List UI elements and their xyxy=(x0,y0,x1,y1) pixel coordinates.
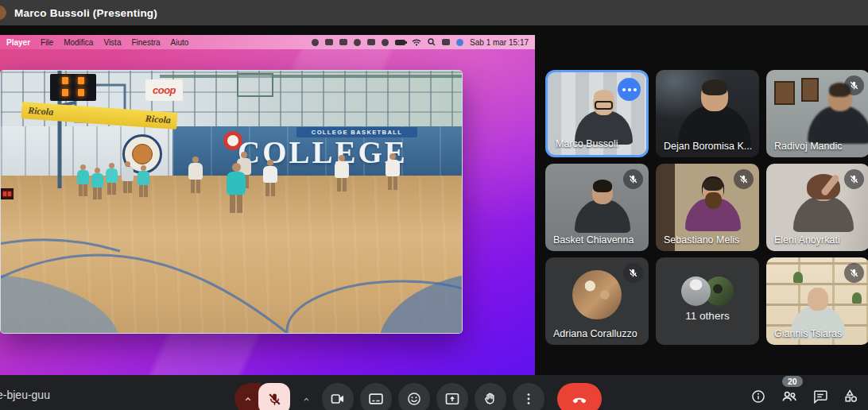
person-shoulders xyxy=(575,199,630,233)
tile-giannis-tsiaras[interactable]: Giannis Tsiaras xyxy=(766,257,868,345)
play-icon xyxy=(382,39,389,46)
photos-icon xyxy=(339,39,347,45)
participant-name: Basket Chiavenna xyxy=(553,234,634,246)
camera-options-expander[interactable] xyxy=(296,383,316,410)
mic-off-indicator xyxy=(844,75,864,95)
wifi-icon xyxy=(412,38,421,46)
tile-radivoj-mandic[interactable]: Radivoj Mandic xyxy=(766,70,868,157)
google-meet-window: { "top_bar": { "title": "Marco Bussoli (… xyxy=(0,0,868,410)
scoreboard xyxy=(50,74,96,101)
person-face xyxy=(592,181,613,204)
person-face xyxy=(701,81,728,111)
menu-item-finestra: Finestra xyxy=(131,38,160,47)
menu-item-modifica: Modifica xyxy=(64,38,93,47)
participant-name: Eleni Anoyrkati xyxy=(774,234,840,246)
menu-status-icons: Sab 1 mar 15:17 xyxy=(312,38,529,47)
plant-decor xyxy=(852,292,862,304)
person-shoulders xyxy=(808,106,868,144)
player-figure xyxy=(263,160,277,196)
picture-frame xyxy=(774,81,795,105)
chat-icon xyxy=(812,389,828,404)
raise-hand-icon xyxy=(482,391,498,407)
menu-item-aiuto: Aiuto xyxy=(171,38,189,47)
player-figure xyxy=(91,168,103,199)
more-options-button[interactable] xyxy=(513,383,544,410)
mic-mute-button[interactable] xyxy=(258,383,290,410)
player-figure xyxy=(335,155,349,191)
present-screen-icon xyxy=(444,391,460,407)
end-call-button[interactable] xyxy=(557,383,602,410)
reactions-button[interactable] xyxy=(398,383,430,410)
tile-sebastiano-melis[interactable]: Sebastiano Melis xyxy=(656,164,759,251)
group-avatars xyxy=(656,277,759,306)
tile-dejan-boromisa[interactable]: Dejan Boromisa K... xyxy=(656,70,759,157)
search-icon xyxy=(428,38,436,46)
chevron-up-icon xyxy=(242,393,254,404)
avatar xyxy=(572,270,622,319)
presenting-title: Marco Bussoli (Presenting) xyxy=(14,7,157,19)
participant-name: Dejan Boromisa K... xyxy=(664,141,752,152)
avatar xyxy=(681,277,711,306)
captions-button[interactable] xyxy=(360,383,392,410)
menu-app-name: Player xyxy=(6,38,30,47)
tile-more-options-button[interactable] xyxy=(618,78,641,101)
participant-name: Sebastiano Melis xyxy=(664,234,739,246)
tile-adriana-coralluzzo[interactable]: Adriana Coralluzzo xyxy=(545,257,649,345)
battery-icon xyxy=(395,40,405,45)
smiley-icon xyxy=(406,391,422,407)
menu-item-vista: Vista xyxy=(103,38,121,47)
presenter-avatar xyxy=(0,6,6,20)
app-icon xyxy=(367,39,375,45)
person-face xyxy=(703,180,723,203)
record-icon xyxy=(312,39,319,46)
mic-options-expander[interactable] xyxy=(234,383,261,410)
raise-hand-button[interactable] xyxy=(475,383,506,410)
chevron-up-icon xyxy=(301,394,312,404)
shared-screen-tile[interactable]: Player File Modifica Vista Finestra Aiut… xyxy=(0,35,535,375)
menu-item-file: File xyxy=(41,38,53,47)
player-figure xyxy=(227,163,246,213)
control-center-icon xyxy=(442,39,450,45)
led-sign xyxy=(1,188,14,199)
tile-others[interactable]: 11 others xyxy=(656,257,759,345)
player-figure xyxy=(138,165,149,197)
call-controls xyxy=(234,383,602,410)
people-icon xyxy=(781,388,798,405)
people-panel-button[interactable]: 20 xyxy=(781,388,798,405)
meeting-details-button[interactable] xyxy=(750,388,767,405)
person-face xyxy=(808,288,828,311)
meet-status-icon xyxy=(456,39,463,46)
player-figure xyxy=(386,153,400,190)
meet-control-bar: e-bjeu-guu xyxy=(0,375,868,410)
meeting-panels: 20 xyxy=(750,388,860,405)
activities-panel-button[interactable] xyxy=(843,388,860,405)
present-screen-button[interactable] xyxy=(436,383,468,410)
mic-off-indicator xyxy=(623,263,643,283)
mic-control-group xyxy=(234,383,290,410)
camera-button[interactable] xyxy=(322,383,354,410)
activities-icon xyxy=(843,389,859,404)
video-camera-icon xyxy=(330,391,346,407)
tile-eleni-anoyrkati[interactable]: Eleni Anoyrkati xyxy=(766,164,868,251)
mic-off-icon xyxy=(267,392,282,407)
more-vertical-icon xyxy=(521,391,537,407)
plant-decor xyxy=(793,272,803,283)
person-shoulders xyxy=(793,196,854,232)
captions-icon xyxy=(368,391,384,407)
mic-off-indicator xyxy=(623,169,643,189)
mic-off-indicator xyxy=(844,263,864,283)
menu-clock: Sab 1 mar 15:17 xyxy=(470,38,529,47)
player-figure xyxy=(122,161,134,193)
coop-sign: coop xyxy=(145,79,183,101)
player-figure xyxy=(188,157,203,193)
presenting-bar: Marco Bussoli (Presenting) xyxy=(0,0,868,25)
app-icon xyxy=(354,39,361,46)
person-face xyxy=(593,91,614,115)
participant-name: Marco Bussoli xyxy=(556,138,618,149)
folder-icon xyxy=(325,39,333,45)
participants-grid: Marco Bussoli Dejan Boromisa K... Radivo… xyxy=(545,70,868,345)
tile-marco-bussoli[interactable]: Marco Bussoli xyxy=(545,70,649,157)
tile-basket-chiavenna[interactable]: Basket Chiavenna xyxy=(545,164,649,251)
participant-name: Adriana Coralluzzo xyxy=(553,328,637,339)
chat-panel-button[interactable] xyxy=(812,388,829,405)
